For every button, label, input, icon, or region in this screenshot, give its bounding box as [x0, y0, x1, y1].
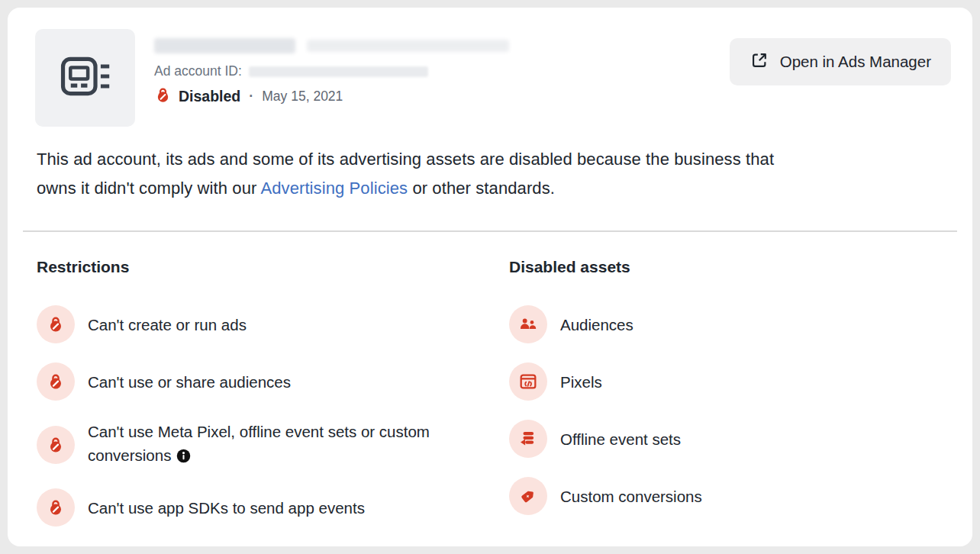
restriction-item: Can't use Meta Pixel, offline event sets…	[37, 420, 509, 469]
panel-header: Ad account ID: Disabled · May 15, 2021	[8, 8, 972, 127]
external-link-icon	[750, 50, 769, 74]
status-date: May 15, 2021	[262, 89, 343, 105]
description-line-1: This ad account, its ads and some of its…	[37, 145, 945, 174]
status-badge: Disabled	[179, 88, 240, 105]
details-columns: Restrictions Can't create or run ads Can…	[8, 232, 972, 546]
lock-icon	[37, 305, 75, 343]
restrictions-column: Restrictions Can't create or run ads Can…	[37, 258, 509, 546]
pixels-icon	[509, 362, 547, 401]
info-icon[interactable]	[176, 446, 191, 469]
restriction-label: Can't create or run ads	[88, 313, 247, 337]
restriction-item: Can't create or run ads	[37, 305, 509, 343]
disabled-asset-item: Offline event sets	[509, 420, 945, 458]
disabled-description: This ad account, its ads and some of its…	[37, 145, 945, 203]
custom-conversions-icon	[509, 477, 547, 515]
restriction-label: Can't use or share audiences	[88, 370, 291, 394]
description-text: or other standards.	[408, 179, 555, 198]
account-name-redacted	[154, 32, 536, 60]
disabled-asset-label: Pixels	[560, 370, 602, 394]
disabled-asset-label: Audiences	[560, 313, 633, 337]
disabled-asset-label: Custom conversions	[560, 485, 702, 508]
open-button-label: Open in Ads Manager	[780, 53, 931, 71]
account-title-block: Ad account ID: Disabled · May 15, 2021	[154, 29, 730, 107]
ad-account-icon	[60, 56, 111, 99]
disabled-asset-item: Custom conversions	[509, 477, 945, 515]
restriction-label: Can't use app SDKs to send app events	[88, 496, 365, 520]
lock-icon	[37, 488, 75, 527]
description-line-2: owns it didn't comply with our Advertisi…	[37, 174, 945, 203]
redaction-bar	[307, 40, 509, 52]
restrictions-heading: Restrictions	[37, 258, 509, 276]
restriction-label: Can't use Meta Pixel, offline event sets…	[88, 420, 456, 469]
disabled-assets-heading: Disabled assets	[509, 258, 945, 276]
restriction-item: Can't use app SDKs to send app events	[37, 488, 509, 527]
ad-account-id-row: Ad account ID:	[154, 63, 730, 79]
audiences-icon	[509, 305, 547, 343]
description-text: This ad account, its ads and some of its…	[37, 150, 774, 169]
redaction-bar	[154, 38, 295, 53]
separator-dot: ·	[249, 89, 253, 105]
description-text: owns it didn't comply with our	[37, 179, 260, 198]
ad-account-id-redacted	[249, 66, 428, 77]
advertising-policies-link[interactable]: Advertising Policies	[260, 179, 408, 198]
open-in-ads-manager-button[interactable]: Open in Ads Manager	[730, 38, 951, 85]
disabled-asset-item: Pixels	[509, 362, 945, 401]
lock-icon	[37, 426, 75, 464]
status-row: Disabled · May 15, 2021	[154, 86, 730, 107]
ad-account-id-label: Ad account ID:	[154, 63, 242, 79]
disabled-asset-label: Offline event sets	[560, 427, 681, 451]
disabled-lock-icon	[154, 86, 172, 107]
lock-icon	[37, 362, 75, 401]
offline-event-sets-icon	[509, 420, 547, 458]
disabled-assets-column: Disabled assets Audiences	[509, 258, 945, 546]
disabled-asset-item: Audiences	[509, 305, 945, 343]
ad-account-icon-box	[35, 29, 135, 127]
restriction-item: Can't use or share audiences	[37, 362, 509, 401]
restriction-label-text: Can't use Meta Pixel, offline event sets…	[88, 423, 430, 464]
ad-account-panel: Ad account ID: Disabled · May 15, 2021	[8, 8, 972, 546]
